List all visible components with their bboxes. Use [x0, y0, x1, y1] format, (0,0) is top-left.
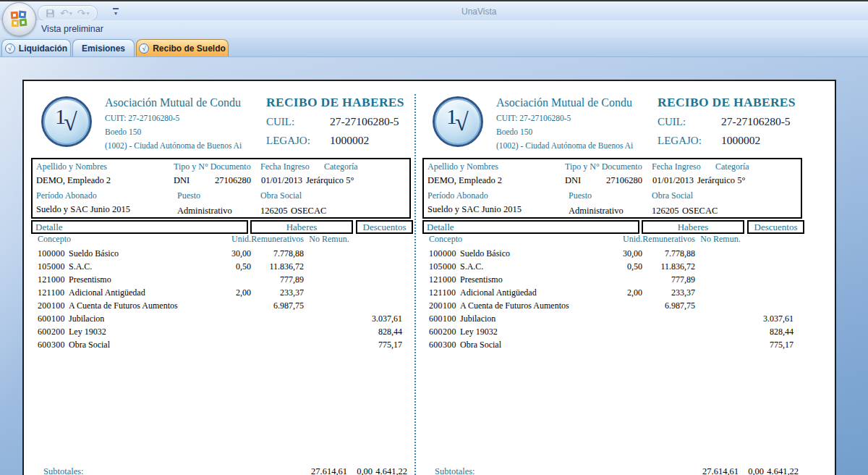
- receipt-title: RECIBO DE HABERES: [266, 94, 413, 110]
- detail-row: 600300 Obra Social 775,17: [31, 340, 402, 353]
- subtotals-row: Subtotales: 27.614,61 0,00 4.641,22: [422, 466, 799, 475]
- tab-liquidacion[interactable]: √ Liquidación: [1, 39, 71, 56]
- section-detalle: Detalle: [31, 220, 248, 234]
- cuil-value: 27-27106280-5: [721, 115, 791, 128]
- window-title: UnaVista: [461, 7, 496, 17]
- puesto-label: Puesto: [569, 190, 592, 201]
- company-logo-icon: 1 √: [41, 96, 92, 147]
- save-button[interactable]: [44, 7, 56, 20]
- col-remunerativos: Remunerativos: [642, 234, 695, 245]
- detail-row: 600200 Ley 19032 828,44: [422, 327, 793, 340]
- subtotal-descuentos: 4.641,22: [373, 466, 407, 475]
- tab-label: Liquidación: [19, 43, 67, 54]
- toolbar-options-bar-icon: [113, 8, 119, 9]
- legajo-label: LEGAJO:: [658, 135, 721, 147]
- fecha-ingreso-value: 01/01/2013: [647, 175, 694, 186]
- quick-access-toolbar: ↶ ▾ ↷ ▾: [38, 5, 98, 21]
- col-no-remun: No Remun.: [304, 234, 354, 245]
- receipt-copy-1: 1 √ Asociación Mutual de Condu CUIT: 27-…: [31, 94, 413, 475]
- cuil-label: CUIL:: [266, 116, 330, 128]
- detail-rows: 100000 Sueldo Básico 30,00 7.778,88 1050…: [422, 248, 793, 353]
- periodo-label: Período Abonado: [36, 190, 97, 201]
- apellido-label: Apellido y Nombres: [427, 161, 498, 172]
- unavista-badge-icon: √: [5, 43, 15, 54]
- section-descuentos: Descuentos: [356, 220, 413, 234]
- periodo-value: Sueldo y SAC Junio 2015: [36, 204, 130, 215]
- company-name: Asociación Mutual de Condu: [496, 94, 633, 112]
- receipt-page: 1 √ Asociación Mutual de Condu CUIT: 27-…: [24, 81, 835, 475]
- section-detalle: Detalle: [422, 220, 639, 234]
- title-bar: ↶ ▾ ↷ ▾ ▾ UnaVista: [0, 0, 868, 20]
- legajo-value: 1000002: [330, 134, 369, 147]
- print-preview-area: 1 √ Asociación Mutual de Condu CUIT: 27-…: [0, 57, 868, 475]
- periodo-label: Período Abonado: [427, 190, 488, 201]
- subtotals-row: Subtotales: 27.614,61 0,00 4.641,22: [31, 466, 407, 475]
- redo-button[interactable]: ↷ ▾: [76, 7, 91, 20]
- company-city: (1002) - Ciudad Autónoma de Buenos Ai: [496, 139, 633, 153]
- col-concepto: Concepto: [422, 234, 600, 245]
- legajo-label: LEGAJO:: [266, 135, 330, 147]
- subtotals-label: Subtotales:: [31, 466, 219, 475]
- cut-line-divider: [414, 94, 416, 475]
- doc-type-value: DNI: [565, 175, 581, 186]
- fecha-ingreso-label: Fecha Ingreso: [260, 161, 310, 172]
- detail-rows: 100000 Sueldo Básico 30,00 7.778,88 1050…: [31, 248, 402, 353]
- doc-number-value: 27106280: [206, 175, 251, 186]
- detail-row: 200100 A Cuenta de Futuros Aumentos 6.98…: [422, 300, 793, 314]
- document-tab-strip: √ Liquidación Emisiones √ Recibo de Suel…: [0, 38, 868, 57]
- detail-row: 600300 Obra Social 775,17: [422, 340, 793, 353]
- detail-row: 105000 S.A.C. 0,50 11.836,72: [31, 261, 402, 274]
- doc-number-value: 27106280: [597, 175, 642, 186]
- detail-column-headers: Concepto Unid. Remunerativos No Remun.: [422, 234, 793, 245]
- obra-name-value: OSECAC: [682, 206, 718, 217]
- company-cuit: CUIT: 27-27106280-5: [496, 112, 633, 125]
- ribbon-row: Vista preliminar: [0, 20, 868, 38]
- apellido-label: Apellido y Nombres: [36, 161, 107, 172]
- tab-emisiones[interactable]: Emisiones: [72, 39, 135, 56]
- categoria-label: Categoría: [324, 161, 358, 172]
- save-icon: [46, 9, 55, 18]
- puesto-value: Administrativo: [569, 206, 624, 217]
- customize-toolbar-button[interactable]: ▾: [110, 6, 122, 19]
- receipt-header-right: RECIBO DE HABERES CUIL: 27-27106280-5 LE…: [658, 94, 804, 147]
- fecha-ingreso-value: 01/01/2013: [255, 175, 302, 186]
- company-cuit: CUIT: 27-27106280-5: [105, 112, 242, 125]
- company-address: Boedo 150: [105, 125, 242, 139]
- receipt-title: RECIBO DE HABERES: [658, 94, 804, 110]
- tab-label: Recibo de Sueldo: [153, 43, 226, 54]
- receipt-slot-2: 1 √ Asociación Mutual de Condu CUIT: 27-…: [422, 94, 804, 475]
- detail-row: 121000 Presentismo 777,89: [422, 274, 793, 287]
- obra-social-label: Obra Social: [260, 190, 302, 201]
- subtotal-remunerativos: 27.614,61: [219, 466, 347, 475]
- subtotals-label: Subtotales:: [422, 466, 610, 475]
- receipt-copy-2: 1 √ Asociación Mutual de Condu CUIT: 27-…: [422, 94, 804, 475]
- ribbon-tab-vista-preliminar[interactable]: Vista preliminar: [41, 24, 103, 34]
- unavista-badge-icon: √: [139, 43, 149, 54]
- detail-row: 121000 Presentismo 777,89: [31, 274, 402, 287]
- col-remunerativos: Remunerativos: [251, 234, 304, 245]
- company-block: Asociación Mutual de Condu CUIT: 27-2710…: [105, 94, 242, 153]
- company-logo-icon: 1 √: [433, 96, 483, 147]
- logo-check: √: [64, 109, 77, 136]
- company-block: Asociación Mutual de Condu CUIT: 27-2710…: [496, 94, 633, 153]
- detail-row: 100000 Sueldo Básico 30,00 7.778,88: [422, 248, 793, 261]
- col-no-remun: No Remun.: [695, 234, 746, 245]
- receipt-slot-1: 1 √ Asociación Mutual de Condu CUIT: 27-…: [31, 94, 413, 475]
- office-button[interactable]: [2, 2, 36, 36]
- detail-column-headers: Concepto Unid. Remunerativos No Remun.: [31, 234, 402, 245]
- obra-code-value: 126205: [652, 206, 679, 217]
- detail-row: 600200 Ley 19032 828,44: [31, 327, 402, 340]
- puesto-value: Administrativo: [177, 206, 232, 217]
- obra-social-label: Obra Social: [652, 190, 693, 201]
- fecha-ingreso-label: Fecha Ingreso: [652, 161, 701, 172]
- apellido-value: DEMO, Empleado 2: [36, 175, 111, 186]
- detail-row: 600100 Jubilacion 3.037,61: [422, 314, 793, 327]
- documento-label: Tipo y N° Documento: [174, 161, 251, 172]
- subtotal-no-remun: 0,00: [739, 466, 764, 475]
- redo-dropdown-icon: ▾: [86, 10, 89, 17]
- undo-button[interactable]: ↶ ▾: [59, 7, 74, 20]
- tab-recibo-de-sueldo[interactable]: √ Recibo de Sueldo: [136, 39, 229, 56]
- cuil-label: CUIL:: [658, 116, 721, 128]
- undo-dropdown-icon: ▾: [69, 10, 72, 17]
- detail-row: 600100 Jubilacion 3.037,61: [31, 314, 402, 327]
